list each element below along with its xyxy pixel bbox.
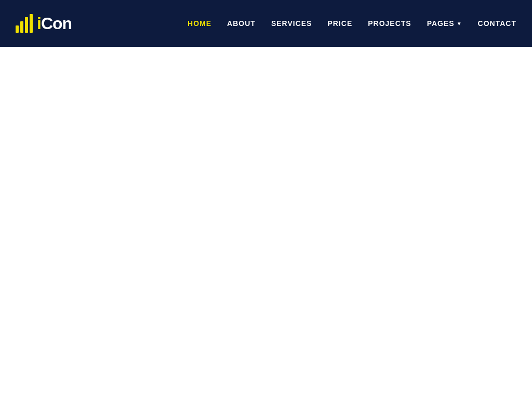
nav-item-services[interactable]: SERVICES (271, 19, 312, 28)
logo-bar-4 (30, 14, 33, 33)
nav-item-pages[interactable]: PAGES ▼ (427, 19, 462, 28)
nav-item-about[interactable]: ABOUT (227, 19, 256, 28)
nav-item-price[interactable]: PRICE (327, 19, 352, 28)
logo-bar-2 (20, 21, 23, 33)
main-content (0, 47, 532, 416)
nav-item-projects[interactable]: PROJECTS (368, 19, 411, 28)
logo-con: Con (41, 14, 72, 33)
chevron-down-icon: ▼ (457, 21, 462, 27)
nav-item-home[interactable]: HOME (188, 19, 211, 28)
main-nav: HOME ABOUT SERVICES PRICE PROJECTS PAGES… (188, 19, 516, 28)
nav-item-contact[interactable]: CONTACT (478, 19, 516, 28)
logo-i: i (37, 14, 41, 33)
main-header: iCon HOME ABOUT SERVICES PRICE PROJECTS … (0, 0, 532, 47)
logo-text: iCon (37, 14, 72, 33)
logo-bar-1 (16, 25, 19, 33)
logo-bar-3 (25, 17, 28, 33)
logo[interactable]: iCon (16, 14, 72, 33)
nav-pages-label: PAGES (427, 19, 455, 28)
logo-bars-icon (16, 14, 33, 33)
